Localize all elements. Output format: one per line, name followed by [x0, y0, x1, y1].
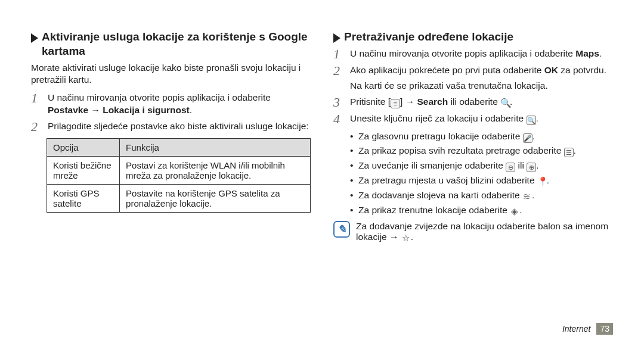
- list-item: Za dodavanje slojeva na karti odaberite …: [350, 188, 613, 203]
- right-step-1: 1 U načinu mirovanja otvorite popis apli…: [333, 48, 613, 61]
- step-body: U načinu mirovanja otvorite popis aplika…: [350, 48, 613, 61]
- step-bold: Postavke → Lokacija i sigurnost: [48, 105, 190, 115]
- list-item: Za prikaz popisa svih rezultata pretrage…: [350, 144, 613, 158]
- note-block: ✎ Za dodavanje zvijezde na lokaciju odab…: [333, 221, 613, 243]
- step-text: Ako aplikaciju pokrećete po prvi puta od…: [350, 65, 544, 75]
- footer-section: Internet: [562, 324, 590, 334]
- table-cell: Postavite na korištenje GPS satelita za …: [120, 184, 311, 212]
- step-body: Pritisnite [≡] → Search ili odaberite 🔍.: [350, 96, 613, 109]
- mic-icon: 🎤: [523, 133, 532, 143]
- page-columns: Aktiviranje usluga lokacije za korištenj…: [31, 30, 613, 243]
- star-icon: ☆: [401, 233, 411, 243]
- step-body: Ako aplikaciju pokrećete po prvi puta od…: [350, 64, 613, 77]
- bullet-text: Za prikaz trenutne lokacije odaberite: [358, 205, 510, 215]
- list-item: Za pretragu mjesta u vašoj blizini odabe…: [350, 173, 613, 188]
- step-number: 1: [31, 92, 42, 117]
- page-number: 73: [596, 323, 613, 335]
- list-item: Za uvećanje ili smanjenje odaberite ⊖ il…: [350, 158, 613, 173]
- right-step-3: 3 Pritisnite [≡] → Search ili odaberite …: [333, 96, 613, 109]
- step-body: Unesite ključnu riječ za lokaciju i odab…: [350, 113, 613, 126]
- bullet-text: Za prikaz popisa svih rezultata pretrage…: [358, 145, 564, 155]
- options-table: Opcija Funkcija Koristi bežične mreže Po…: [47, 138, 311, 213]
- right-heading-row: Pretraživanje određene lokacije: [333, 30, 613, 44]
- left-intro: Morate aktivirati usluge lokacije kako b…: [31, 62, 311, 86]
- right-column: Pretraživanje određene lokacije 1 U nači…: [333, 30, 613, 243]
- menu-icon: ≡: [391, 99, 400, 108]
- bullet-text: Za pretragu mjesta u vašoj blizini odabe…: [358, 175, 537, 185]
- step-bold: OK: [544, 65, 558, 75]
- bullet-text: Za uvećanje ili smanjenje odaberite: [358, 160, 506, 170]
- step-bold: Search: [417, 96, 448, 107]
- right-step-4: 4 Unesite ključnu riječ za lokaciju i od…: [333, 113, 613, 126]
- step-text: U načinu mirovanja otvorite popis aplika…: [48, 92, 271, 102]
- left-step-2: 2 Prilagodite sljedeće postavke ako bist…: [31, 120, 311, 133]
- table-header-option: Opcija: [47, 138, 120, 156]
- chevron-right-icon: [31, 33, 38, 43]
- footer: Internet 73: [562, 323, 613, 335]
- search-icon: 🔍: [500, 98, 510, 108]
- table-cell: Koristi bežične mreže: [47, 156, 120, 184]
- step-number: 1: [333, 48, 344, 61]
- list-item: Za prikaz trenutne lokacije odaberite ◈.: [350, 203, 613, 218]
- step-text: ili odaberite: [448, 96, 500, 107]
- table-row: Koristi GPS satelite Postavite na korišt…: [47, 184, 311, 212]
- step-text: .: [510, 96, 512, 107]
- left-column: Aktiviranje usluga lokacije za korištenj…: [31, 30, 311, 243]
- bullet-text: Za dodavanje slojeva na karti odaberite: [358, 190, 522, 200]
- note-icon: ✎: [333, 221, 350, 238]
- right-step-2: 2 Ako aplikaciju pokrećete po prvi puta …: [333, 64, 613, 77]
- places-icon: 📍: [537, 177, 547, 186]
- step-text: Pritisnite [: [350, 96, 391, 107]
- my-location-icon: ◈: [510, 207, 519, 216]
- zoom-in-icon: ⊕: [527, 163, 536, 172]
- bullet-text: ili: [515, 160, 527, 170]
- note-text: Za dodavanje zvijezde na lokaciju odaber…: [356, 221, 613, 243]
- step-text: .: [536, 113, 538, 123]
- step-number: 2: [333, 64, 344, 77]
- step-number: 3: [333, 96, 344, 109]
- step-text: Unesite ključnu riječ za lokaciju i odab…: [350, 113, 527, 123]
- left-step-1: 1 U načinu mirovanja otvorite popis apli…: [31, 92, 311, 117]
- search-icon: 🔍: [527, 116, 536, 125]
- table-row: Koristi bežične mreže Postavi za korište…: [47, 156, 311, 184]
- step-text: za potvrdu.: [558, 65, 606, 75]
- table-cell: Koristi GPS satelite: [47, 184, 120, 212]
- step-text: U načinu mirovanja otvorite popis aplika…: [350, 48, 575, 58]
- right-heading: Pretraživanje određene lokacije: [344, 30, 513, 44]
- note-body: .: [411, 232, 413, 242]
- step-text: .: [190, 105, 192, 115]
- step-text: .: [599, 48, 602, 58]
- chevron-right-icon: [333, 33, 340, 43]
- list-item: Za glasovnu pretragu lokacije odaberite …: [350, 129, 613, 144]
- step-text: ] →: [400, 96, 417, 107]
- note-body: Za dodavanje zvijezde na lokaciju odaber…: [356, 221, 608, 242]
- table-header-function: Funkcija: [120, 138, 311, 156]
- step-number: 2: [31, 120, 42, 133]
- right-subtext: Na karti će se prikazati vaša trenutačna…: [350, 80, 613, 92]
- step-number: 4: [333, 113, 344, 126]
- step-bold: Maps: [575, 48, 599, 58]
- step-body: Prilagodite sljedeće postavke ako biste …: [48, 120, 311, 133]
- layers-icon: ≋: [522, 192, 532, 201]
- left-heading-row: Aktiviranje usluga lokacije za korištenj…: [31, 30, 311, 58]
- table-cell: Postavi za korištenje WLAN i/ili mobilni…: [120, 156, 311, 184]
- zoom-out-icon: ⊖: [506, 163, 515, 172]
- bullet-text: Za glasovnu pretragu lokacije odaberite: [358, 131, 523, 141]
- bullet-list: Za glasovnu pretragu lokacije odaberite …: [350, 129, 613, 218]
- step-body: U načinu mirovanja otvorite popis aplika…: [48, 92, 311, 117]
- left-heading: Aktiviranje usluga lokacije za korištenj…: [42, 30, 311, 58]
- list-icon: ☰: [564, 148, 574, 157]
